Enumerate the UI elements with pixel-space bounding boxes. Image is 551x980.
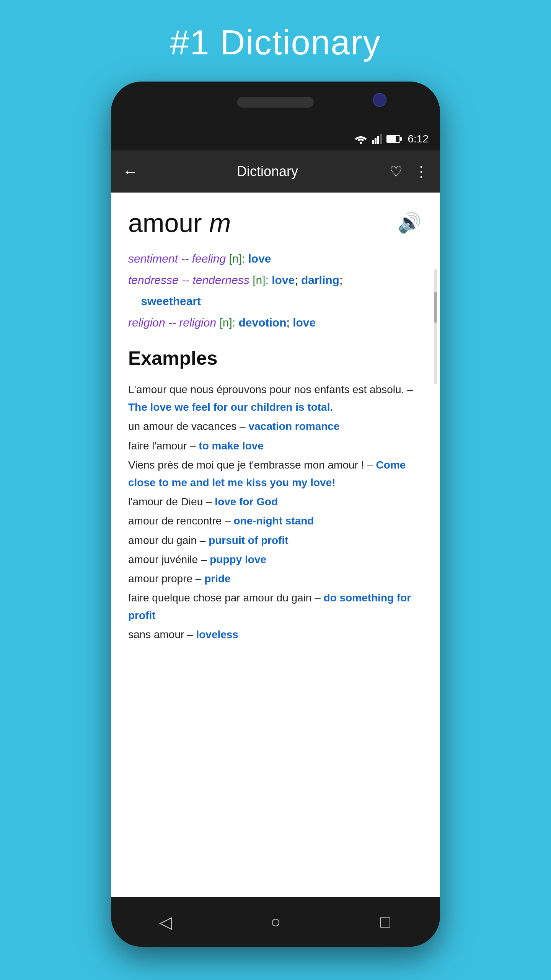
example-11-translation: loveless <box>196 629 238 640</box>
def-english-3b: love <box>293 316 316 329</box>
app-bar-title: Dictionary <box>145 163 390 180</box>
word-title: amour m <box>128 208 231 238</box>
page-title-container: #1 Dictionary <box>170 0 381 82</box>
status-bar: 6:12 <box>111 127 440 150</box>
def-pos-3: [n]: <box>219 316 235 329</box>
nav-back-button[interactable] <box>152 908 179 935</box>
svg-rect-3 <box>377 136 379 144</box>
examples-title: Examples <box>128 347 423 369</box>
def-indent <box>128 295 141 307</box>
nav-recent-button[interactable] <box>372 908 399 935</box>
example-3-translation: to make love <box>199 440 264 452</box>
example-1: L'amour que nous éprouvons pour nos enfa… <box>128 381 423 416</box>
phone-speaker <box>237 97 314 108</box>
example-9-translation: pride <box>204 573 230 585</box>
svg-rect-4 <box>380 134 382 144</box>
page-title: #1 Dictionary <box>170 23 381 62</box>
example-6-translation: one-night stand <box>234 515 314 527</box>
example-8: amour juvénile – puppy love <box>128 551 423 568</box>
scrollbar-thumb[interactable] <box>434 292 437 323</box>
examples-section: Examples L'amour que nous éprouvons pour… <box>128 347 423 644</box>
example-4-translation: Come close to me and let me kiss you my … <box>128 459 406 488</box>
sound-button[interactable]: 🔊 <box>396 209 423 236</box>
example-2: un amour de vacances – vacation romance <box>128 418 423 435</box>
sound-icon: 🔊 <box>398 212 421 234</box>
def-sep-3: ; <box>286 316 293 329</box>
phone-bottom-bar <box>111 897 440 947</box>
def-english-2a: love <box>272 274 295 286</box>
phone-top-bar <box>111 82 440 127</box>
example-10-translation: do something for profit <box>128 592 411 621</box>
wifi-icon <box>354 134 367 144</box>
def-colon-1 <box>245 252 248 265</box>
word-main: amour <box>128 208 202 237</box>
phone-device: 6:12 ← Dictionary ♡ ⋮ amour m 🔊 <box>111 82 440 947</box>
svg-rect-2 <box>375 138 377 144</box>
signal-icon <box>372 134 382 144</box>
def-line-1: sentiment -- feeling [n]: love <box>128 249 423 268</box>
example-3: faire l'amour – to make love <box>128 437 423 455</box>
def-french-2: tendresse -- tenderness <box>128 274 253 286</box>
svg-point-0 <box>360 142 362 144</box>
battery-icon <box>386 135 400 143</box>
example-2-translation: vacation romance <box>248 420 339 432</box>
status-icons: 6:12 <box>354 133 429 145</box>
phone-camera <box>373 93 386 107</box>
example-5: l'amour de Dieu – love for God <box>128 493 423 511</box>
back-button[interactable]: ← <box>122 163 138 180</box>
def-line-3: religion -- religion [n]: devotion; love <box>128 313 423 332</box>
scrollbar-track[interactable] <box>434 269 437 384</box>
def-pos-1: [n]: <box>229 252 245 265</box>
definitions-section: sentiment -- feeling [n]: love tendresse… <box>128 249 423 332</box>
status-time: 6:12 <box>408 133 429 145</box>
example-4: Viens près de moi que je t'embrasse mon … <box>128 456 423 492</box>
app-bar: ← Dictionary ♡ ⋮ <box>111 150 440 193</box>
def-semi-2: ; <box>339 274 342 286</box>
nav-home-button[interactable] <box>262 908 289 935</box>
word-header: amour m 🔊 <box>128 208 423 238</box>
example-11: sans amour – loveless <box>128 626 423 644</box>
example-5-translation: love for God <box>215 496 278 508</box>
more-options-button[interactable]: ⋮ <box>414 163 429 180</box>
def-sweetheart: sweetheart <box>141 295 201 307</box>
content-area: amour m 🔊 sentiment -- feeling [n]: love… <box>111 193 440 897</box>
favorite-button[interactable]: ♡ <box>390 163 403 180</box>
def-pos-2: [n]: <box>253 274 269 286</box>
example-7: amour du gain – pursuit of profit <box>128 532 423 549</box>
def-english-3a: devotion <box>238 316 286 329</box>
def-space-2 <box>269 274 272 286</box>
svg-rect-1 <box>372 140 374 144</box>
example-7-translation: pursuit of profit <box>209 534 288 546</box>
word-gender: m <box>209 208 231 237</box>
example-8-translation: puppy love <box>210 554 266 565</box>
def-french-1: sentiment -- feeling <box>128 252 229 265</box>
phone-screen: 6:12 ← Dictionary ♡ ⋮ amour m 🔊 <box>111 127 440 897</box>
app-bar-actions: ♡ ⋮ <box>390 163 429 180</box>
def-line-2: tendresse -- tenderness [n]: love; darli… <box>128 271 423 290</box>
def-english-2b: darling <box>301 274 339 286</box>
example-1-translation: The love we feel for our children is tot… <box>128 401 333 413</box>
def-french-3: religion -- religion <box>128 316 219 329</box>
example-10: faire quelque chose par amour du gain – … <box>128 589 423 624</box>
def-sep-2: ; <box>295 274 301 286</box>
def-english-1: love <box>248 252 271 265</box>
example-6: amour de rencontre – one-night stand <box>128 512 423 530</box>
example-9: amour propre – pride <box>128 570 423 588</box>
def-line-sweetheart: sweetheart <box>128 292 423 311</box>
